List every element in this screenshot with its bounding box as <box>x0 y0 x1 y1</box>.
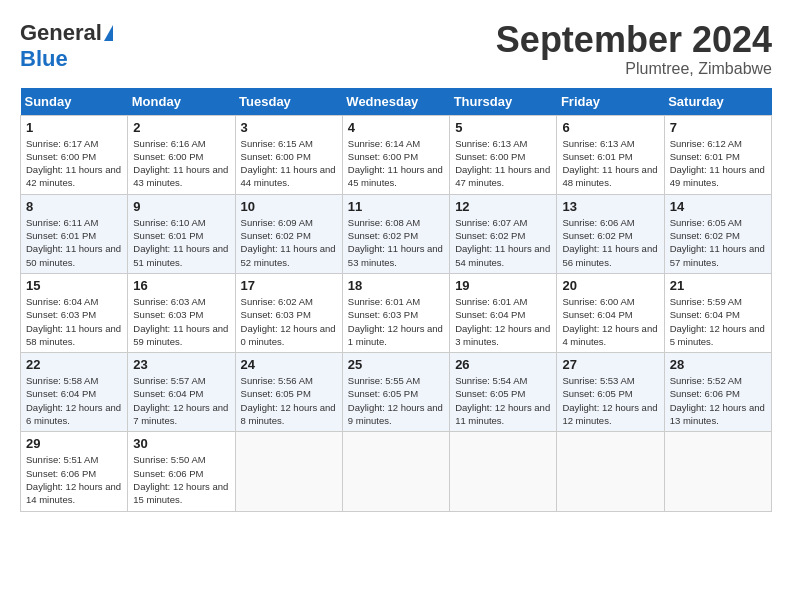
day-header-monday: Monday <box>128 88 235 116</box>
day-info: Sunrise: 6:02 AMSunset: 6:03 PMDaylight:… <box>241 295 337 348</box>
calendar-week-row: 1Sunrise: 6:17 AMSunset: 6:00 PMDaylight… <box>21 115 772 194</box>
calendar-day-cell: 5Sunrise: 6:13 AMSunset: 6:00 PMDaylight… <box>450 115 557 194</box>
day-number: 20 <box>562 278 658 293</box>
day-info: Sunrise: 6:15 AMSunset: 6:00 PMDaylight:… <box>241 137 337 190</box>
day-info: Sunrise: 6:00 AMSunset: 6:04 PMDaylight:… <box>562 295 658 348</box>
day-info: Sunrise: 6:11 AMSunset: 6:01 PMDaylight:… <box>26 216 122 269</box>
day-info: Sunrise: 5:58 AMSunset: 6:04 PMDaylight:… <box>26 374 122 427</box>
day-number: 10 <box>241 199 337 214</box>
day-info: Sunrise: 6:01 AMSunset: 6:03 PMDaylight:… <box>348 295 444 348</box>
calendar-day-cell: 22Sunrise: 5:58 AMSunset: 6:04 PMDayligh… <box>21 353 128 432</box>
day-number: 27 <box>562 357 658 372</box>
calendar-day-cell: 24Sunrise: 5:56 AMSunset: 6:05 PMDayligh… <box>235 353 342 432</box>
day-number: 28 <box>670 357 766 372</box>
day-info: Sunrise: 5:57 AMSunset: 6:04 PMDaylight:… <box>133 374 229 427</box>
calendar-day-cell: 17Sunrise: 6:02 AMSunset: 6:03 PMDayligh… <box>235 273 342 352</box>
calendar-day-cell: 14Sunrise: 6:05 AMSunset: 6:02 PMDayligh… <box>664 194 771 273</box>
title-section: September 2024 Plumtree, Zimbabwe <box>496 20 772 78</box>
calendar-day-cell: 15Sunrise: 6:04 AMSunset: 6:03 PMDayligh… <box>21 273 128 352</box>
calendar-day-cell: 29Sunrise: 5:51 AMSunset: 6:06 PMDayligh… <box>21 432 128 511</box>
day-number: 17 <box>241 278 337 293</box>
calendar-day-cell: 6Sunrise: 6:13 AMSunset: 6:01 PMDaylight… <box>557 115 664 194</box>
day-number: 26 <box>455 357 551 372</box>
day-header-sunday: Sunday <box>21 88 128 116</box>
day-number: 2 <box>133 120 229 135</box>
empty-cell <box>557 432 664 511</box>
logo-blue-text: Blue <box>20 46 68 72</box>
day-header-friday: Friday <box>557 88 664 116</box>
day-number: 15 <box>26 278 122 293</box>
calendar-day-cell: 19Sunrise: 6:01 AMSunset: 6:04 PMDayligh… <box>450 273 557 352</box>
day-info: Sunrise: 6:07 AMSunset: 6:02 PMDaylight:… <box>455 216 551 269</box>
day-number: 18 <box>348 278 444 293</box>
calendar-day-cell: 20Sunrise: 6:00 AMSunset: 6:04 PMDayligh… <box>557 273 664 352</box>
day-number: 7 <box>670 120 766 135</box>
logo-general-text: General <box>20 20 102 46</box>
calendar-day-cell: 23Sunrise: 5:57 AMSunset: 6:04 PMDayligh… <box>128 353 235 432</box>
day-info: Sunrise: 5:50 AMSunset: 6:06 PMDaylight:… <box>133 453 229 506</box>
day-number: 3 <box>241 120 337 135</box>
day-number: 4 <box>348 120 444 135</box>
logo-triangle-icon <box>104 25 113 41</box>
logo: General Blue <box>20 20 113 72</box>
calendar-day-cell: 18Sunrise: 6:01 AMSunset: 6:03 PMDayligh… <box>342 273 449 352</box>
day-info: Sunrise: 6:05 AMSunset: 6:02 PMDaylight:… <box>670 216 766 269</box>
calendar-day-cell: 11Sunrise: 6:08 AMSunset: 6:02 PMDayligh… <box>342 194 449 273</box>
calendar-table: SundayMondayTuesdayWednesdayThursdayFrid… <box>20 88 772 512</box>
calendar-week-row: 22Sunrise: 5:58 AMSunset: 6:04 PMDayligh… <box>21 353 772 432</box>
calendar-day-cell: 4Sunrise: 6:14 AMSunset: 6:00 PMDaylight… <box>342 115 449 194</box>
day-number: 30 <box>133 436 229 451</box>
day-number: 21 <box>670 278 766 293</box>
day-info: Sunrise: 6:09 AMSunset: 6:02 PMDaylight:… <box>241 216 337 269</box>
calendar-day-cell: 26Sunrise: 5:54 AMSunset: 6:05 PMDayligh… <box>450 353 557 432</box>
calendar-day-cell: 1Sunrise: 6:17 AMSunset: 6:00 PMDaylight… <box>21 115 128 194</box>
day-number: 5 <box>455 120 551 135</box>
day-header-wednesday: Wednesday <box>342 88 449 116</box>
calendar-day-cell: 10Sunrise: 6:09 AMSunset: 6:02 PMDayligh… <box>235 194 342 273</box>
day-info: Sunrise: 5:56 AMSunset: 6:05 PMDaylight:… <box>241 374 337 427</box>
day-number: 11 <box>348 199 444 214</box>
day-info: Sunrise: 5:54 AMSunset: 6:05 PMDaylight:… <box>455 374 551 427</box>
day-number: 29 <box>26 436 122 451</box>
day-header-tuesday: Tuesday <box>235 88 342 116</box>
day-number: 9 <box>133 199 229 214</box>
calendar-day-cell: 30Sunrise: 5:50 AMSunset: 6:06 PMDayligh… <box>128 432 235 511</box>
day-number: 1 <box>26 120 122 135</box>
calendar-day-cell: 13Sunrise: 6:06 AMSunset: 6:02 PMDayligh… <box>557 194 664 273</box>
calendar-day-cell: 8Sunrise: 6:11 AMSunset: 6:01 PMDaylight… <box>21 194 128 273</box>
day-info: Sunrise: 6:13 AMSunset: 6:01 PMDaylight:… <box>562 137 658 190</box>
day-info: Sunrise: 6:17 AMSunset: 6:00 PMDaylight:… <box>26 137 122 190</box>
empty-cell <box>450 432 557 511</box>
empty-cell <box>235 432 342 511</box>
empty-cell <box>664 432 771 511</box>
calendar-week-row: 8Sunrise: 6:11 AMSunset: 6:01 PMDaylight… <box>21 194 772 273</box>
day-info: Sunrise: 6:10 AMSunset: 6:01 PMDaylight:… <box>133 216 229 269</box>
calendar-day-cell: 16Sunrise: 6:03 AMSunset: 6:03 PMDayligh… <box>128 273 235 352</box>
location-title: Plumtree, Zimbabwe <box>496 60 772 78</box>
day-info: Sunrise: 6:04 AMSunset: 6:03 PMDaylight:… <box>26 295 122 348</box>
calendar-day-cell: 9Sunrise: 6:10 AMSunset: 6:01 PMDaylight… <box>128 194 235 273</box>
day-number: 8 <box>26 199 122 214</box>
day-info: Sunrise: 6:08 AMSunset: 6:02 PMDaylight:… <box>348 216 444 269</box>
calendar-week-row: 29Sunrise: 5:51 AMSunset: 6:06 PMDayligh… <box>21 432 772 511</box>
day-header-thursday: Thursday <box>450 88 557 116</box>
day-header-saturday: Saturday <box>664 88 771 116</box>
day-info: Sunrise: 6:14 AMSunset: 6:00 PMDaylight:… <box>348 137 444 190</box>
day-info: Sunrise: 5:59 AMSunset: 6:04 PMDaylight:… <box>670 295 766 348</box>
page-header: General Blue September 2024 Plumtree, Zi… <box>20 20 772 78</box>
day-info: Sunrise: 6:12 AMSunset: 6:01 PMDaylight:… <box>670 137 766 190</box>
day-number: 23 <box>133 357 229 372</box>
day-info: Sunrise: 6:13 AMSunset: 6:00 PMDaylight:… <box>455 137 551 190</box>
day-info: Sunrise: 5:51 AMSunset: 6:06 PMDaylight:… <box>26 453 122 506</box>
calendar-day-cell: 25Sunrise: 5:55 AMSunset: 6:05 PMDayligh… <box>342 353 449 432</box>
month-title: September 2024 <box>496 20 772 60</box>
calendar-day-cell: 3Sunrise: 6:15 AMSunset: 6:00 PMDaylight… <box>235 115 342 194</box>
day-number: 24 <box>241 357 337 372</box>
day-info: Sunrise: 6:03 AMSunset: 6:03 PMDaylight:… <box>133 295 229 348</box>
day-info: Sunrise: 6:16 AMSunset: 6:00 PMDaylight:… <box>133 137 229 190</box>
calendar-header-row: SundayMondayTuesdayWednesdayThursdayFrid… <box>21 88 772 116</box>
day-number: 19 <box>455 278 551 293</box>
calendar-day-cell: 27Sunrise: 5:53 AMSunset: 6:05 PMDayligh… <box>557 353 664 432</box>
day-number: 13 <box>562 199 658 214</box>
calendar-day-cell: 2Sunrise: 6:16 AMSunset: 6:00 PMDaylight… <box>128 115 235 194</box>
